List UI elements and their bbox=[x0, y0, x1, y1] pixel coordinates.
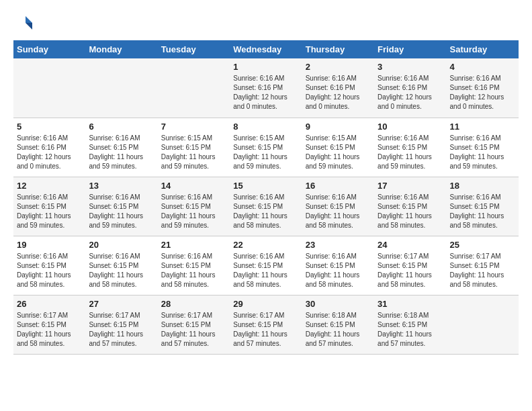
col-header-monday: Monday bbox=[85, 40, 157, 58]
calendar-cell: 23Sunrise: 6:16 AM Sunset: 6:15 PM Dayli… bbox=[302, 236, 374, 295]
day-number: 13 bbox=[89, 181, 154, 191]
calendar-cell: 13Sunrise: 6:16 AM Sunset: 6:15 PM Dayli… bbox=[85, 177, 157, 236]
col-header-sunday: Sunday bbox=[13, 40, 85, 58]
calendar-cell: 2Sunrise: 6:16 AM Sunset: 6:16 PM Daylig… bbox=[302, 58, 374, 118]
day-number: 2 bbox=[306, 62, 371, 72]
calendar-cell: 21Sunrise: 6:16 AM Sunset: 6:15 PM Dayli… bbox=[158, 236, 230, 295]
calendar-cell: 22Sunrise: 6:16 AM Sunset: 6:15 PM Dayli… bbox=[230, 236, 302, 295]
calendar-cell: 24Sunrise: 6:17 AM Sunset: 6:15 PM Dayli… bbox=[374, 236, 446, 295]
cell-info: Sunrise: 6:17 AM Sunset: 6:15 PM Dayligh… bbox=[161, 311, 226, 349]
calendar-cell: 1Sunrise: 6:16 AM Sunset: 6:16 PM Daylig… bbox=[230, 58, 302, 118]
calendar-cell: 15Sunrise: 6:16 AM Sunset: 6:15 PM Dayli… bbox=[230, 177, 302, 236]
week-row-2: 12Sunrise: 6:16 AM Sunset: 6:15 PM Dayli… bbox=[13, 177, 519, 236]
day-number: 27 bbox=[89, 299, 154, 309]
day-number: 20 bbox=[89, 240, 154, 250]
day-number: 3 bbox=[378, 62, 443, 72]
calendar-cell: 11Sunrise: 6:16 AM Sunset: 6:15 PM Dayli… bbox=[447, 118, 519, 177]
week-row-4: 26Sunrise: 6:17 AM Sunset: 6:15 PM Dayli… bbox=[13, 295, 519, 354]
day-number: 21 bbox=[161, 240, 226, 250]
svg-marker-0 bbox=[26, 16, 32, 23]
calendar-cell: 26Sunrise: 6:17 AM Sunset: 6:15 PM Dayli… bbox=[13, 295, 85, 354]
calendar-cell: 31Sunrise: 6:18 AM Sunset: 6:15 PM Dayli… bbox=[374, 295, 446, 354]
cell-info: Sunrise: 6:16 AM Sunset: 6:15 PM Dayligh… bbox=[233, 252, 298, 289]
calendar-cell: 28Sunrise: 6:17 AM Sunset: 6:15 PM Dayli… bbox=[158, 295, 230, 354]
calendar-table: SundayMondayTuesdayWednesdayThursdayFrid… bbox=[13, 40, 519, 355]
cell-info: Sunrise: 6:17 AM Sunset: 6:15 PM Dayligh… bbox=[89, 311, 154, 349]
day-number: 22 bbox=[233, 240, 298, 250]
calendar-cell: 5Sunrise: 6:16 AM Sunset: 6:16 PM Daylig… bbox=[13, 118, 85, 177]
day-number: 28 bbox=[161, 299, 226, 309]
calendar-cell: 6Sunrise: 6:16 AM Sunset: 6:15 PM Daylig… bbox=[85, 118, 157, 177]
cell-info: Sunrise: 6:16 AM Sunset: 6:16 PM Dayligh… bbox=[450, 74, 515, 111]
day-number: 1 bbox=[233, 62, 298, 72]
day-number: 16 bbox=[306, 181, 371, 191]
day-number: 31 bbox=[378, 299, 443, 309]
cell-info: Sunrise: 6:16 AM Sunset: 6:15 PM Dayligh… bbox=[17, 252, 82, 289]
calendar-cell bbox=[85, 58, 157, 118]
calendar-cell: 14Sunrise: 6:16 AM Sunset: 6:15 PM Dayli… bbox=[158, 177, 230, 236]
col-header-tuesday: Tuesday bbox=[158, 40, 230, 58]
day-number: 4 bbox=[450, 62, 515, 72]
cell-info: Sunrise: 6:15 AM Sunset: 6:15 PM Dayligh… bbox=[306, 134, 371, 171]
calendar-cell bbox=[13, 58, 85, 118]
calendar-cell: 19Sunrise: 6:16 AM Sunset: 6:15 PM Dayli… bbox=[13, 236, 85, 295]
day-number: 10 bbox=[378, 122, 443, 132]
calendar-cell: 9Sunrise: 6:15 AM Sunset: 6:15 PM Daylig… bbox=[302, 118, 374, 177]
calendar-header-row: SundayMondayTuesdayWednesdayThursdayFrid… bbox=[13, 40, 519, 58]
calendar-cell: 17Sunrise: 6:16 AM Sunset: 6:15 PM Dayli… bbox=[374, 177, 446, 236]
cell-info: Sunrise: 6:16 AM Sunset: 6:16 PM Dayligh… bbox=[17, 134, 82, 171]
logo bbox=[13, 13, 36, 34]
day-number: 30 bbox=[306, 299, 371, 309]
calendar-cell: 12Sunrise: 6:16 AM Sunset: 6:15 PM Dayli… bbox=[13, 177, 85, 236]
calendar-cell: 10Sunrise: 6:16 AM Sunset: 6:15 PM Dayli… bbox=[374, 118, 446, 177]
cell-info: Sunrise: 6:17 AM Sunset: 6:15 PM Dayligh… bbox=[17, 311, 82, 349]
cell-info: Sunrise: 6:16 AM Sunset: 6:16 PM Dayligh… bbox=[233, 74, 298, 111]
col-header-thursday: Thursday bbox=[302, 40, 374, 58]
cell-info: Sunrise: 6:16 AM Sunset: 6:15 PM Dayligh… bbox=[17, 193, 82, 230]
day-number: 8 bbox=[233, 122, 298, 132]
cell-info: Sunrise: 6:15 AM Sunset: 6:15 PM Dayligh… bbox=[161, 134, 226, 171]
logo-icon bbox=[13, 13, 34, 34]
cell-info: Sunrise: 6:17 AM Sunset: 6:15 PM Dayligh… bbox=[450, 252, 515, 289]
calendar-cell: 18Sunrise: 6:16 AM Sunset: 6:15 PM Dayli… bbox=[447, 177, 519, 236]
cell-info: Sunrise: 6:16 AM Sunset: 6:15 PM Dayligh… bbox=[306, 252, 371, 289]
day-number: 25 bbox=[450, 240, 515, 250]
col-header-wednesday: Wednesday bbox=[230, 40, 302, 58]
day-number: 26 bbox=[17, 299, 82, 309]
day-number: 24 bbox=[378, 240, 443, 250]
calendar-cell bbox=[447, 295, 519, 354]
day-number: 18 bbox=[450, 181, 515, 191]
day-number: 15 bbox=[233, 181, 298, 191]
cell-info: Sunrise: 6:16 AM Sunset: 6:15 PM Dayligh… bbox=[450, 134, 515, 171]
cell-info: Sunrise: 6:16 AM Sunset: 6:16 PM Dayligh… bbox=[306, 74, 371, 111]
day-number: 12 bbox=[17, 181, 82, 191]
cell-info: Sunrise: 6:15 AM Sunset: 6:15 PM Dayligh… bbox=[233, 134, 298, 171]
day-number: 11 bbox=[450, 122, 515, 132]
week-row-0: 1Sunrise: 6:16 AM Sunset: 6:16 PM Daylig… bbox=[13, 58, 519, 118]
calendar-cell: 4Sunrise: 6:16 AM Sunset: 6:16 PM Daylig… bbox=[447, 58, 519, 118]
col-header-friday: Friday bbox=[374, 40, 446, 58]
calendar-cell: 29Sunrise: 6:17 AM Sunset: 6:15 PM Dayli… bbox=[230, 295, 302, 354]
calendar-cell: 8Sunrise: 6:15 AM Sunset: 6:15 PM Daylig… bbox=[230, 118, 302, 177]
svg-marker-1 bbox=[26, 23, 32, 30]
cell-info: Sunrise: 6:16 AM Sunset: 6:15 PM Dayligh… bbox=[233, 193, 298, 230]
day-number: 14 bbox=[161, 181, 226, 191]
calendar-cell: 30Sunrise: 6:18 AM Sunset: 6:15 PM Dayli… bbox=[302, 295, 374, 354]
cell-info: Sunrise: 6:16 AM Sunset: 6:15 PM Dayligh… bbox=[161, 193, 226, 230]
cell-info: Sunrise: 6:16 AM Sunset: 6:15 PM Dayligh… bbox=[378, 193, 443, 230]
calendar-cell: 27Sunrise: 6:17 AM Sunset: 6:15 PM Dayli… bbox=[85, 295, 157, 354]
cell-info: Sunrise: 6:16 AM Sunset: 6:15 PM Dayligh… bbox=[89, 252, 154, 289]
week-row-1: 5Sunrise: 6:16 AM Sunset: 6:16 PM Daylig… bbox=[13, 118, 519, 177]
cell-info: Sunrise: 6:16 AM Sunset: 6:15 PM Dayligh… bbox=[378, 134, 443, 171]
week-row-3: 19Sunrise: 6:16 AM Sunset: 6:15 PM Dayli… bbox=[13, 236, 519, 295]
day-number: 7 bbox=[161, 122, 226, 132]
cell-info: Sunrise: 6:16 AM Sunset: 6:15 PM Dayligh… bbox=[306, 193, 371, 230]
cell-info: Sunrise: 6:16 AM Sunset: 6:15 PM Dayligh… bbox=[89, 193, 154, 230]
cell-info: Sunrise: 6:16 AM Sunset: 6:15 PM Dayligh… bbox=[450, 193, 515, 230]
calendar-cell: 16Sunrise: 6:16 AM Sunset: 6:15 PM Dayli… bbox=[302, 177, 374, 236]
day-number: 9 bbox=[306, 122, 371, 132]
cell-info: Sunrise: 6:16 AM Sunset: 6:15 PM Dayligh… bbox=[161, 252, 226, 289]
cell-info: Sunrise: 6:16 AM Sunset: 6:16 PM Dayligh… bbox=[378, 74, 443, 111]
page-header bbox=[13, 13, 519, 34]
calendar-cell: 20Sunrise: 6:16 AM Sunset: 6:15 PM Dayli… bbox=[85, 236, 157, 295]
